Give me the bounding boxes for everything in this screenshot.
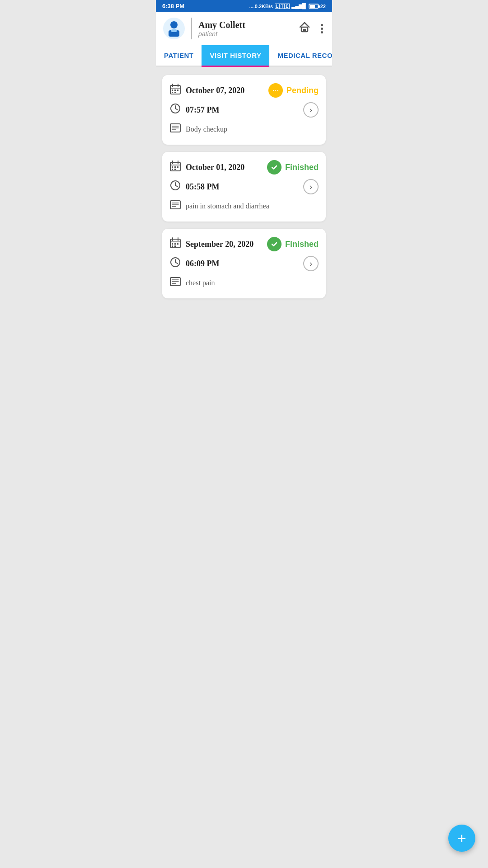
svg-rect-43 [177,243,178,245]
status-2: Finished [267,160,319,175]
svg-rect-13 [174,92,176,93]
svg-rect-12 [172,92,173,93]
visit-arrow-3[interactable]: › [303,256,319,271]
status-icons: ....0.2KB/s 🄻🅃🄴 ▂▄▆█ 22 [249,3,326,9]
visit-desc-2: pain in stomach and diarrhea [186,202,269,210]
status-label-1: Pending [286,86,319,95]
tabs: PATIENT VISIT HISTORY MEDICAL RECORD M..… [156,45,332,67]
date-row-2: October 01, 2020 [169,160,244,175]
list-icon-3 [169,276,181,290]
status-3: Finished [267,237,319,251]
svg-rect-25 [172,166,173,168]
status-bar: 6:38 PM ....0.2KB/s 🄻🅃🄴 ▂▄▆█ 22 [156,0,332,12]
status-icon-3 [267,237,282,251]
visit-card-2[interactable]: October 01, 2020 Finished [162,152,326,222]
visit-arrow-2[interactable]: › [303,179,319,194]
svg-rect-27 [177,166,178,168]
status-icon-2 [267,160,282,175]
tab-medical-record[interactable]: MEDICAL RECORD [269,45,332,66]
time-row-3: 06:09 PM [169,256,219,271]
svg-rect-10 [174,90,176,91]
svg-line-16 [175,108,178,110]
svg-rect-41 [172,243,173,245]
time-row-1: 07:57 PM [169,103,219,117]
svg-rect-9 [172,90,173,91]
more-dot-2 [321,28,323,30]
list-icon-2 [169,199,181,213]
header-actions [298,21,325,36]
calendar-icon-2 [169,160,181,175]
svg-rect-4 [303,29,306,32]
svg-line-48 [175,262,178,264]
battery-level: 22 [320,4,326,9]
desc-row-3: chest pain [169,276,319,290]
battery-icon [309,4,319,9]
svg-point-0 [170,21,178,28]
svg-rect-2 [171,29,177,32]
date-row-1: October 07, 2020 [169,83,244,98]
avatar [163,18,185,39]
more-dot-1 [321,24,323,26]
more-dot-3 [321,31,323,33]
visit-time-2: 05:58 PM [186,182,219,192]
svg-rect-28 [172,169,173,170]
network-type: 🄻🅃🄴 [275,4,290,9]
visit-card-3[interactable]: September 20, 2020 Finished [162,229,326,298]
visit-arrow-1[interactable]: › [303,102,319,118]
header: Amy Collett patient [156,12,332,45]
more-menu-button[interactable] [319,22,325,35]
visit-desc-3: chest pain [186,279,215,287]
network-speed: ....0.2KB/s [249,4,273,9]
visit-desc-1: Body checkup [186,125,227,133]
svg-rect-44 [172,245,173,247]
visit-date-2: October 01, 2020 [186,163,244,172]
svg-rect-45 [174,245,176,247]
date-row-3: September 20, 2020 [169,237,253,251]
status-icon-1: ··· [268,83,283,98]
status-1: ··· Pending [268,83,319,98]
svg-rect-29 [174,169,176,170]
visit-date-3: September 20, 2020 [186,240,253,249]
visit-date-1: October 07, 2020 [186,86,244,95]
status-label-2: Finished [285,163,319,172]
time-row-2: 05:58 PM [169,179,219,194]
desc-row-2: pain in stomach and diarrhea [169,199,319,213]
clock-icon-2 [169,179,181,194]
tab-patient[interactable]: PATIENT [156,45,202,66]
clock-icon-3 [169,256,181,271]
visit-card-1[interactable]: October 07, 2020 ··· Pending 07:57 PM [162,75,326,145]
signal-bars: ▂▄▆█ [291,3,306,9]
visit-list: October 07, 2020 ··· Pending 07:57 PM [156,67,332,307]
header-info: Amy Collett patient [198,20,298,38]
svg-rect-11 [177,90,178,91]
visit-time-1: 07:57 PM [186,105,219,115]
clock-icon-1 [169,103,181,117]
header-divider [191,18,192,39]
calendar-icon-1 [169,83,181,98]
patient-role: patient [198,30,298,38]
svg-line-32 [175,185,178,187]
patient-name: Amy Collett [198,20,298,30]
calendar-icon-3 [169,237,181,251]
status-label-3: Finished [285,240,319,249]
status-time: 6:38 PM [162,3,184,9]
list-icon-1 [169,122,181,137]
svg-rect-26 [174,166,176,168]
svg-rect-42 [174,243,176,245]
visit-time-3: 06:09 PM [186,259,219,269]
tab-visit-history[interactable]: VISIT HISTORY [202,45,269,67]
desc-row-1: Body checkup [169,122,319,137]
home-button[interactable] [298,21,311,36]
